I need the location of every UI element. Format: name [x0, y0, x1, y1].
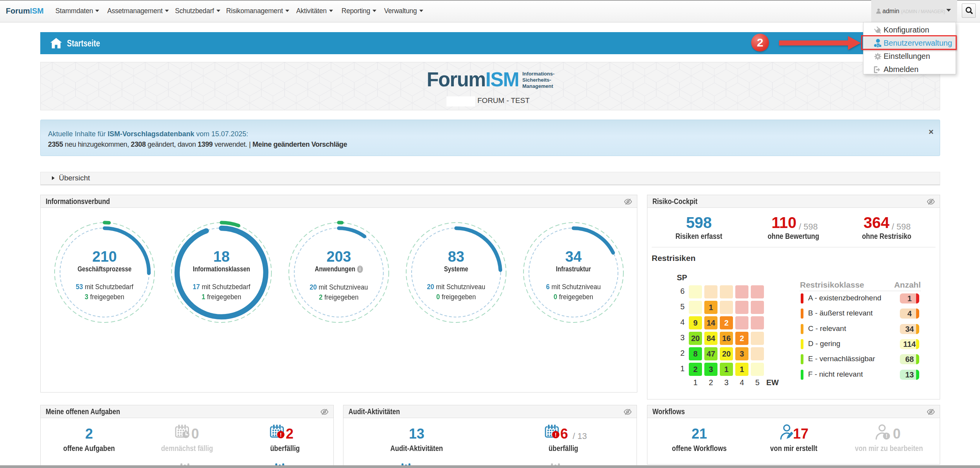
- svg-text:!: !: [280, 432, 282, 438]
- svg-text:!: !: [555, 432, 557, 438]
- svg-text:!: !: [886, 433, 887, 439]
